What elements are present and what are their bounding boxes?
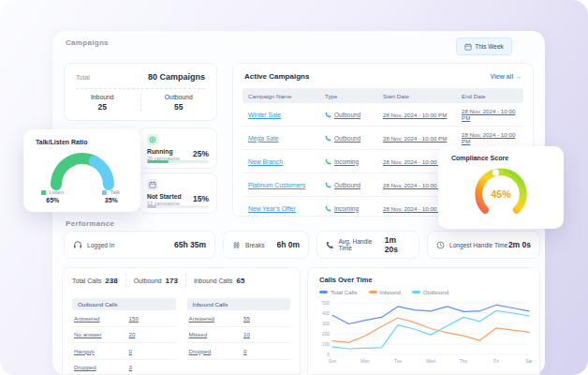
active-campaigns-title: Active Campaigns [244, 72, 309, 81]
talk-listen-gauge [43, 147, 122, 191]
target-icon [147, 134, 158, 145]
compliance-score-card: Compliance Score 45% [438, 146, 564, 229]
talk-value: 35% [82, 197, 141, 203]
compliance-title: Compliance Score [438, 146, 564, 161]
outbound-value: 55 [141, 102, 217, 112]
running-progress-bar [147, 160, 209, 163]
phone-icon [325, 112, 331, 118]
view-all-link[interactable]: View all → [491, 73, 522, 80]
legend-total-calls[interactable]: Total Calls [319, 289, 358, 295]
col-type: Type [325, 93, 383, 99]
svg-text:Tue: Tue [394, 359, 402, 364]
svg-text:400: 400 [322, 311, 330, 316]
svg-text:Sat: Sat [525, 359, 533, 364]
breaks-label: Breaks [245, 242, 265, 248]
svg-text:45%: 45% [491, 188, 511, 200]
outbound-total: Outbound 55 [140, 94, 217, 112]
svg-text:Thu: Thu [460, 359, 468, 364]
calls-over-time-chart: 0100200300400500SunMonTueWedThuFriSat [314, 298, 536, 368]
running-campaigns-card: Running 20 campaigns 25% [139, 128, 217, 169]
table-row: Winter Sale Outbound 28 Nov, 2024 - 10:0… [243, 103, 523, 127]
campaign-link[interactable]: Mega Sale [248, 135, 325, 142]
svg-text:Fri: Fri [493, 359, 499, 364]
longest-handle-time-label: Longest Handle Time [449, 242, 507, 248]
list-item: Dropped 3 [72, 360, 176, 375]
col-end-date: End Date [462, 93, 518, 99]
logged-in-card: Logged In 65h 35m [64, 231, 215, 259]
start-date[interactable]: 28 Nov, 2024 - 10:00 PM [383, 112, 462, 118]
headset-icon [73, 240, 82, 249]
outbound-calls-list-title: Outbound Calls [72, 298, 176, 310]
total-value: 80 Campaigns [148, 72, 205, 82]
list-item: No answer 20 [72, 327, 176, 344]
listen-label: Listen [49, 189, 64, 195]
svg-text:Mon: Mon [360, 359, 370, 364]
legend-talk: Talk 35% [82, 189, 141, 203]
talk-listen-title: Talk/Listen Ratio [23, 129, 140, 145]
phone-icon [325, 135, 331, 142]
breaks-value: 6h 0m [276, 240, 300, 249]
compliance-gauge: 45% [467, 163, 535, 223]
svg-text:Sun: Sun [329, 359, 337, 364]
avg-handle-time-card: Avg. Handle Time 1m 20s [316, 231, 419, 259]
list-item: Answered 55 [187, 310, 291, 327]
performance-section-heading: Performance [66, 219, 114, 228]
svg-text:Wed: Wed [426, 359, 435, 364]
arrow-right-icon: → [515, 73, 522, 80]
inbound-calls-total: Inbound Calls 65 [185, 274, 252, 287]
longest-handle-time-value: 2m 0s [508, 240, 531, 249]
week-filter[interactable]: This Week [456, 38, 512, 55]
not-started-campaigns-card: Not Started 12 campaigns 15% [139, 172, 217, 214]
phone-icon [325, 158, 331, 165]
longest-handle-time-card: Longest Handle Time 2m 0s [427, 231, 540, 259]
list-item: Dropped 0 [187, 343, 291, 360]
total-calls: Total Calls 238 [72, 274, 125, 287]
week-filter-label: This Week [475, 43, 504, 50]
listen-swatch [41, 190, 46, 195]
breaks-card: Breaks 6h 0m [223, 231, 309, 259]
not-started-progress-bar [147, 205, 209, 208]
list-item: Answered 150 [72, 310, 176, 327]
campaign-link[interactable]: Platinum Customers [248, 182, 325, 188]
avg-handle-time-value: 1m 20s [385, 235, 410, 254]
campaign-link[interactable]: New Year's Offer [248, 205, 325, 212]
talk-label: Talk [110, 189, 120, 195]
legend-inbound[interactable]: Inbound [369, 289, 401, 295]
svg-text:0: 0 [327, 352, 330, 357]
chart-title: Calls Over Time [308, 268, 539, 284]
table-header: Campaign Name Type Start Date End Date [243, 88, 523, 103]
calls-over-time-card: Calls Over Time Total Calls Inbound Outb… [307, 267, 540, 375]
inbound-value: 25 [65, 102, 140, 112]
clock-icon [436, 241, 445, 249]
end-date[interactable]: 28 Nov, 2024 - 10:00 PM [462, 108, 518, 121]
not-started-percent: 15% [193, 194, 209, 203]
listen-value: 65% [23, 197, 82, 203]
divider [76, 88, 205, 89]
outbound-label: Outbound [141, 94, 217, 100]
chart-legend: Total Calls Inbound Outbound [308, 284, 539, 295]
phone-icon [326, 241, 334, 249]
pause-icon [232, 241, 241, 249]
talk-swatch [102, 190, 107, 195]
legend-outbound[interactable]: Outbound [412, 289, 448, 295]
outbound-calls-total: Outbound 173 [125, 274, 185, 287]
call-totals-row: Total Calls 238 Outbound 173 Inbound Cal… [63, 268, 300, 292]
running-percent: 25% [193, 149, 209, 158]
calls-summary-card: Total Calls 238 Outbound 173 Inbound Cal… [62, 267, 301, 375]
campaign-link[interactable]: New Branch [248, 158, 325, 165]
campaigns-section-heading: Campaigns [66, 38, 109, 47]
logged-in-label: Logged In [87, 242, 114, 248]
campaign-link[interactable]: Winter Sale [248, 112, 325, 118]
svg-text:300: 300 [322, 322, 330, 326]
campaign-totals-card: Total 80 Campaigns Inbound 25 Outbound 5… [64, 63, 217, 121]
dashboard-canvas: Campaigns This Week Total 80 Campaigns I… [0, 0, 588, 375]
calendar-clock-icon [147, 179, 158, 190]
end-date[interactable]: 28 Nov, 2024 - 10:00 PM [462, 131, 518, 144]
start-date[interactable]: 28 Nov, 2024 - 10:00 PM [383, 135, 462, 142]
total-label: Total [76, 74, 90, 81]
svg-text:100: 100 [322, 342, 330, 347]
list-item: Missed 10 [187, 327, 291, 344]
avg-handle-time-label: Avg. Handle Time [339, 238, 385, 251]
legend-listen: Listen 65% [23, 189, 82, 203]
legend-dash [369, 291, 377, 293]
